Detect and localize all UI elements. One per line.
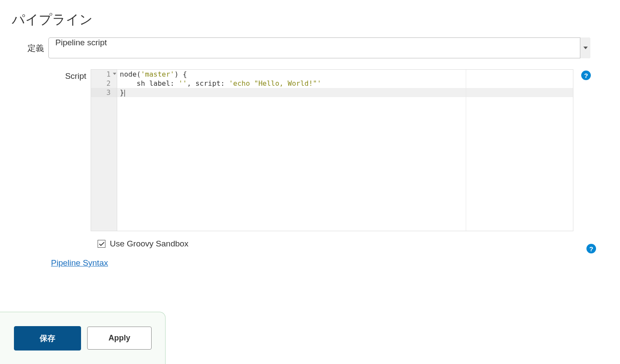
apply-button[interactable]: Apply [87,327,152,350]
editor-code-area[interactable]: node('master') { sh label: '', script: '… [117,70,573,231]
script-label: Script [12,69,91,81]
code-line[interactable]: } [117,88,573,97]
script-editor[interactable]: 123 node('master') { sh label: '', scrip… [91,69,573,231]
cursor [124,90,125,97]
code-line[interactable]: sh label: '', script: 'echo "Hello, Worl… [117,79,573,88]
gutter-line: 3 [91,88,117,97]
definition-label: 定義 [12,37,48,54]
help-icon[interactable]: ? [581,71,591,80]
sandbox-checkbox[interactable] [98,240,105,248]
fold-arrow-icon[interactable] [113,73,116,75]
definition-select[interactable]: Pipeline script [48,37,590,58]
script-row: Script 123 node('master') { sh label: ''… [12,69,608,231]
sandbox-label: Use Groovy Sandbox [110,239,189,249]
editor-gutter: 123 [91,70,117,231]
code-line[interactable]: node('master') { [117,70,573,79]
page-title: パイプライン [0,0,620,37]
button-bar: 保存 Apply [0,312,166,364]
save-button[interactable]: 保存 [14,326,81,351]
definition-row: 定義 Pipeline script [12,37,608,58]
pipeline-syntax-link[interactable]: Pipeline Syntax [51,258,108,268]
gutter-line: 2 [91,79,117,88]
sandbox-row: Use Groovy Sandbox [98,239,189,249]
gutter-line: 1 [91,70,117,79]
print-margin [466,70,466,231]
help-icon[interactable]: ? [586,244,596,253]
